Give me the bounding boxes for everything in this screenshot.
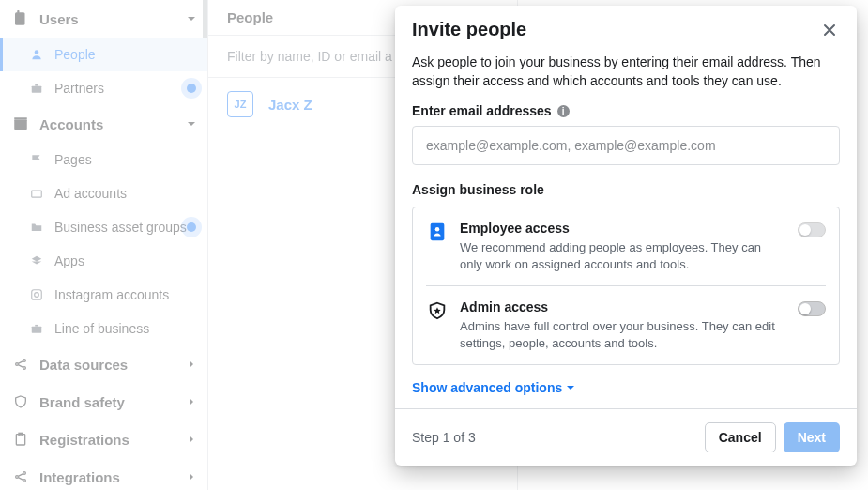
sidebar-section-label: Data sources (39, 357, 128, 373)
role-title: Employee access (460, 221, 786, 236)
sidebar-item-lob[interactable]: Line of business (0, 312, 207, 345)
svg-rect-1 (17, 10, 19, 13)
sidebar-section-users[interactable]: Users (0, 0, 207, 38)
svg-point-19 (23, 480, 26, 482)
sidebar-section-data-sources[interactable]: Data sources (0, 345, 207, 383)
svg-rect-6 (14, 117, 27, 119)
sidebar-item-label: Business asset groups (54, 220, 187, 235)
svg-rect-4 (35, 84, 38, 86)
svg-rect-0 (15, 12, 25, 25)
caret-down-icon (187, 14, 196, 23)
role-description: We recommend adding people as employees.… (460, 239, 786, 272)
svg-rect-5 (14, 120, 27, 130)
notification-pulse (187, 84, 196, 93)
share-icon (11, 467, 30, 486)
sidebar-item-label: Apps (54, 253, 84, 268)
user-name: Jacx Z (268, 97, 312, 113)
svg-rect-3 (32, 86, 42, 93)
cancel-button[interactable]: Cancel (705, 422, 776, 452)
svg-point-2 (35, 50, 39, 54)
sidebar-section-label: Accounts (39, 116, 103, 132)
sidebar-item-people[interactable]: People (0, 38, 207, 71)
sidebar-item-asset-groups[interactable]: Business asset groups (0, 210, 207, 244)
sidebar-section-label: Registrations (39, 432, 129, 448)
email-input[interactable] (412, 126, 840, 165)
caret-down-icon (566, 383, 575, 392)
sidebar-section-label: Integrations (39, 469, 120, 485)
svg-point-9 (35, 293, 39, 298)
flag-icon (28, 151, 45, 168)
instagram-icon (28, 286, 45, 303)
briefcase-icon (28, 80, 45, 97)
briefcase-icon (28, 320, 45, 337)
sidebar-item-instagram[interactable]: Instagram accounts (0, 278, 207, 312)
svg-rect-16 (19, 433, 23, 436)
employee-toggle[interactable] (798, 222, 826, 237)
step-indicator: Step 1 of 3 (412, 430, 476, 445)
svg-point-12 (16, 363, 19, 366)
card-icon (28, 185, 45, 202)
sidebar-section-brand-safety[interactable]: Brand safety (0, 383, 207, 421)
user-avatar: JZ (227, 91, 253, 117)
role-description: Admins have full control over your busin… (460, 318, 786, 351)
show-advanced-link[interactable]: Show advanced options (412, 380, 575, 395)
svg-point-14 (23, 367, 26, 370)
sidebar-item-label: Pages (54, 152, 92, 167)
svg-rect-10 (32, 327, 42, 333)
svg-point-17 (16, 476, 19, 479)
svg-rect-20 (431, 223, 445, 240)
scrollbar-thumb[interactable] (203, 0, 207, 56)
share-icon (11, 355, 30, 374)
employee-badge-icon (426, 221, 449, 243)
svg-point-13 (23, 360, 26, 362)
sidebar-item-label: Partners (54, 81, 104, 96)
caret-right-icon (187, 397, 196, 406)
users-icon (11, 9, 30, 28)
sidebar-item-partners[interactable]: Partners (0, 71, 207, 105)
sidebar-item-apps[interactable]: Apps (0, 244, 207, 278)
sidebar-section-accounts[interactable]: Accounts (0, 105, 207, 143)
svg-rect-7 (32, 191, 42, 197)
modal-title: Invite people (412, 19, 526, 40)
caret-right-icon (187, 435, 196, 444)
close-icon (822, 23, 837, 38)
modal-description: Ask people to join your business by ente… (412, 54, 840, 90)
apps-icon (28, 253, 45, 269)
svg-rect-15 (16, 435, 24, 445)
sidebar-item-label: Line of business (54, 321, 149, 336)
page-title: People (227, 9, 273, 25)
info-icon[interactable]: i (557, 105, 570, 117)
close-button[interactable] (819, 20, 840, 40)
svg-rect-11 (35, 325, 38, 327)
svg-rect-8 (32, 290, 42, 300)
sidebar-section-label: Users (39, 11, 79, 27)
folder-icon (28, 219, 45, 236)
svg-point-21 (435, 227, 440, 232)
svg-point-18 (23, 472, 26, 475)
accounts-icon (11, 115, 30, 133)
clipboard-icon (11, 430, 30, 449)
caret-down-icon (187, 119, 196, 129)
invite-people-modal: Invite people Ask people to join your bu… (395, 6, 857, 466)
sidebar-item-label: Ad accounts (54, 186, 127, 201)
person-icon (28, 46, 45, 63)
admin-toggle[interactable] (798, 301, 826, 316)
sidebar-item-pages[interactable]: Pages (0, 143, 207, 176)
sidebar-section-label: Brand safety (39, 394, 125, 410)
sidebar-section-registrations[interactable]: Registrations (0, 421, 207, 458)
notification-pulse (187, 222, 196, 232)
shield-icon (11, 392, 30, 411)
role-options: Employee access We recommend adding peop… (412, 207, 840, 365)
admin-shield-icon (426, 299, 449, 322)
sidebar-item-ad-accounts[interactable]: Ad accounts (0, 176, 207, 210)
next-button[interactable]: Next (784, 422, 840, 452)
role-admin: Admin access Admins have full control ov… (426, 285, 826, 364)
sidebar-item-label: Instagram accounts (54, 287, 169, 302)
role-title: Admin access (460, 299, 786, 314)
role-section-label: Assign business role (412, 182, 840, 197)
caret-right-icon (187, 472, 196, 482)
caret-right-icon (187, 360, 196, 369)
sidebar: Users People Partners Accounts (0, 0, 208, 490)
sidebar-item-label: People (54, 47, 96, 62)
sidebar-section-integrations[interactable]: Integrations (0, 458, 207, 490)
